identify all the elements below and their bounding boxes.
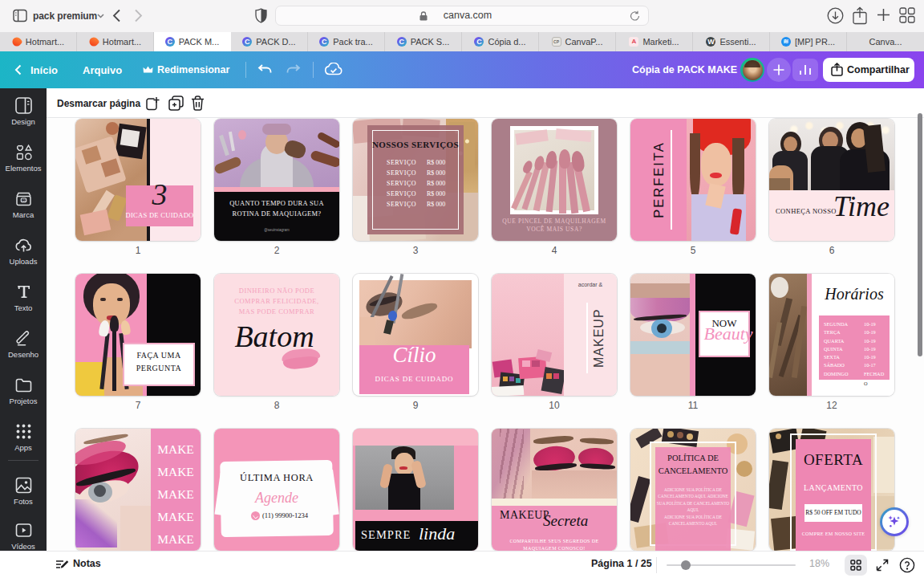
svg-text:CO.: CO. — [22, 199, 26, 202]
